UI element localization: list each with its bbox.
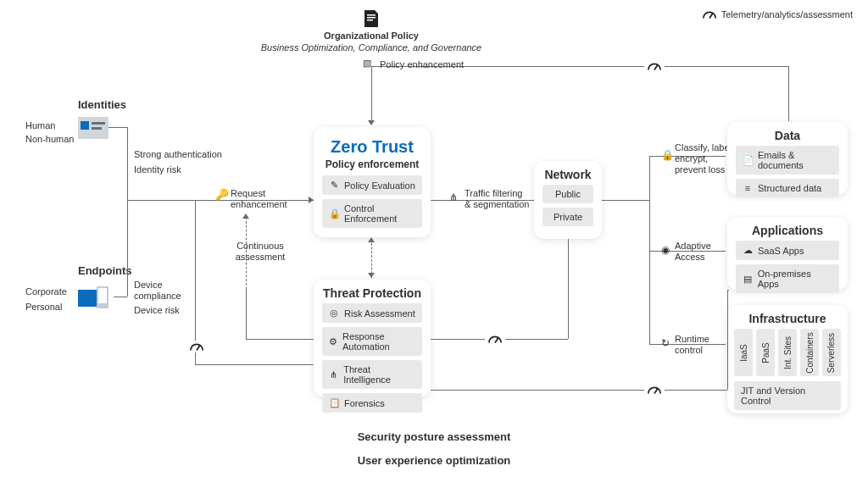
gauge-threat-net xyxy=(485,333,505,345)
svg-rect-2 xyxy=(367,17,376,19)
zero-trust-box: Zero Trust Policy enforcement ✎Policy Ev… xyxy=(314,127,431,237)
svg-rect-3 xyxy=(367,19,373,21)
svg-line-4 xyxy=(654,65,658,69)
svg-line-14 xyxy=(197,346,200,350)
zero-trust-diagram: { "legend": { "telemetry": "Telemetry/an… xyxy=(0,0,868,488)
request-enh-l1: Request xyxy=(231,188,265,199)
gauge-endpoints xyxy=(186,341,207,352)
data-box: Data 📄Emails & documents ≡Structured dat… xyxy=(727,122,848,195)
traffic-l2: & segmentation xyxy=(465,199,529,210)
data-emails: 📄Emails & documents xyxy=(736,146,839,175)
network-title: Network xyxy=(534,161,602,185)
id-badge-icon xyxy=(78,117,108,142)
data-structured: ≡Structured data xyxy=(736,179,839,197)
continuous-label: Continuous assessment xyxy=(231,241,290,263)
rule-ux: User experience optimization xyxy=(344,454,525,467)
identity-risk-label: Identity risk xyxy=(134,164,181,175)
device-compliance-label: Device compliance xyxy=(134,280,193,302)
policy-enhancement-label: Policy enhancement xyxy=(380,59,464,70)
risk-assessment-pill: ◎Risk Assessment xyxy=(322,303,422,323)
devices-icon xyxy=(78,286,112,313)
gears-icon: ⚙ xyxy=(329,336,337,347)
pencil-icon: ✎ xyxy=(329,180,339,191)
control-enforce-pill: 🔒Control Enforcement xyxy=(322,199,422,228)
server-icon: ▤ xyxy=(743,274,753,285)
request-enh-l2: enhancement xyxy=(231,199,287,210)
adaptive-l1: Adaptive xyxy=(675,241,711,252)
network-private: Private xyxy=(542,208,593,226)
svg-line-13 xyxy=(654,389,658,393)
db-icon: ≡ xyxy=(743,183,753,193)
svg-rect-1 xyxy=(367,14,376,16)
apps-saas: ☁SaaS Apps xyxy=(736,241,839,260)
identities-title: Identities xyxy=(78,98,126,111)
infra-containers: Containers xyxy=(800,329,819,376)
threat-title: Threat Protection xyxy=(314,280,431,303)
target-icon: ◎ xyxy=(329,308,339,319)
fingerprint-icon: ◉ xyxy=(661,244,670,256)
infra-iaas: IaaS xyxy=(734,329,753,376)
sync-icon: ↻ xyxy=(661,337,670,349)
key-icon: 🔑 xyxy=(215,188,229,202)
traffic-l1: Traffic filtering xyxy=(465,188,522,199)
gauge-policy xyxy=(644,60,665,72)
adaptive-l2: Access xyxy=(675,252,704,263)
endpoints-corporate: Corporate xyxy=(25,286,67,297)
network-box: Network Public Private xyxy=(534,161,602,239)
device-risk-label: Device risk xyxy=(134,305,180,316)
identities-nonhuman: Non-human xyxy=(25,134,74,145)
forensics-pill: 📋Forensics xyxy=(322,393,422,413)
svg-rect-11 xyxy=(98,288,107,303)
org-policy-title: Organizational Policy xyxy=(0,30,743,42)
infrastructure-box: Infrastructure IaaS PaaS Int. Sites Cont… xyxy=(727,305,848,413)
zero-trust-title: Zero Trust xyxy=(314,127,431,158)
svg-rect-6 xyxy=(81,121,89,130)
infra-title: Infrastructure xyxy=(727,305,848,329)
svg-rect-8 xyxy=(92,127,102,130)
runtime-l1: Runtime xyxy=(675,334,709,345)
response-automation-pill: ⚙Response Automation xyxy=(322,327,422,356)
legend-telemetry: Telemetry/analytics/assessment xyxy=(702,8,853,20)
svg-rect-7 xyxy=(92,122,105,125)
apps-onprem: ▤On-premises Apps xyxy=(736,264,839,293)
lock2-icon: 🔒 xyxy=(661,149,674,161)
runtime-l2: control xyxy=(675,345,703,356)
org-policy-subtitle: Business Optimization, Compliance, and G… xyxy=(0,42,743,53)
endpoints-personal: Personal xyxy=(25,302,62,313)
svg-line-12 xyxy=(495,338,498,342)
forensics-icon: 📋 xyxy=(329,397,339,408)
rule-posture: Security posture assessment xyxy=(344,430,525,443)
infra-serverless: Serverless xyxy=(822,329,841,376)
share-icon: ⋔ xyxy=(329,369,338,380)
network-public: Public xyxy=(542,185,593,203)
svg-line-0 xyxy=(709,14,713,18)
policy-eval-pill: ✎Policy Evaluation xyxy=(322,175,422,195)
threat-intel-pill: ⋔Threat Intelligence xyxy=(322,360,422,389)
data-title: Data xyxy=(727,122,848,146)
applications-box: Applications ☁SaaS Apps ▤On-premises App… xyxy=(727,217,848,290)
policy-enhancement-icon: ▧ xyxy=(363,58,371,69)
infra-intsites: Int. Sites xyxy=(778,329,797,376)
infra-paas: PaaS xyxy=(756,329,775,376)
document-icon xyxy=(363,8,380,29)
threat-protection-box: Threat Protection ◎Risk Assessment ⚙Resp… xyxy=(314,280,431,396)
lock-icon: 🔒 xyxy=(329,208,339,219)
gauge-icon xyxy=(702,8,717,20)
zero-trust-subtitle: Policy enforcement xyxy=(314,158,431,175)
cloud-icon: ☁ xyxy=(743,245,753,256)
strong-auth-label: Strong authentication xyxy=(134,149,222,160)
segment-icon: ⋔ xyxy=(449,191,458,203)
legend-text: Telemetry/analytics/assessment xyxy=(721,9,853,19)
docs-icon: 📄 xyxy=(743,155,753,166)
gauge-threat-right xyxy=(644,384,665,396)
endpoints-title: Endpoints xyxy=(78,264,132,277)
apps-title: Applications xyxy=(727,217,848,241)
identities-human: Human xyxy=(25,120,55,131)
infra-jit: JIT and Version Control xyxy=(734,381,841,410)
